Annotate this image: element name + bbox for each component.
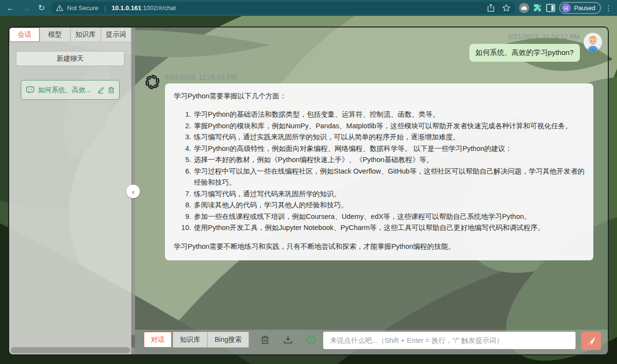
- chevron-left-icon: ‹: [132, 188, 135, 196]
- bookmark-star-icon[interactable]: [502, 4, 510, 12]
- extensions-puzzle-icon[interactable]: [533, 3, 542, 13]
- assistant-list-item: 练习编写代码，通过写代码来巩固所学的知识。: [193, 189, 585, 200]
- assistant-list-item: 参加一些在线课程或线下培训，例如Coursera、Udemy、edX等，这些课程…: [193, 211, 585, 222]
- chat-list-item[interactable]: 如何系统、高效...: [21, 80, 120, 100]
- assistant-list-item: 练习编写代码，通过实践来巩固所学的知识，可以从简单的程序开始，逐渐增加难度。: [193, 132, 585, 143]
- mode-tab-dialogue[interactable]: 对话: [144, 332, 172, 348]
- share-icon[interactable]: [487, 4, 494, 12]
- user-message-bubble: 如何系统、高效的学习python?: [469, 44, 580, 62]
- tab-models[interactable]: 模型: [40, 27, 70, 42]
- assistant-outro-paragraph: 学习Python需要不断地练习和实践，只有不断地尝试和探索，才能掌握Python…: [174, 241, 585, 252]
- new-chat-button[interactable]: 新建聊天: [16, 51, 124, 66]
- history-clock-icon[interactable]: [306, 332, 316, 348]
- assistant-message-timestamp: 5/21/2023, 11:26:03 PM: [165, 73, 593, 81]
- assistant-list-item: 多阅读其他人的代码，学习其他人的经验和技巧。: [193, 200, 585, 211]
- user-message-timestamp: 5/21/2023, 11:24:12 PM: [508, 33, 580, 40]
- assistant-list-item: 学习过程中可以加入一些在线编程社区，例如Stack Overflow、GitHu…: [193, 166, 585, 189]
- browser-profile-chip[interactable]: H Paused: [559, 2, 601, 14]
- url-separator: |: [104, 4, 106, 12]
- sidebar: 会话 模型 知识库 提示词 新建聊天 如何系统、高效...: [9, 27, 131, 354]
- chat-item-title: 如何系统、高效...: [38, 86, 94, 94]
- assistant-list-item: 掌握Python的模块和库，例如NumPy、Pandas、Matplotlib等…: [193, 121, 585, 132]
- assistant-intro-paragraph: 学习Python需要掌握以下几个方面：: [174, 91, 585, 102]
- page-background: 会话 模型 知识库 提示词 新建聊天 如何系统、高效...: [0, 16, 617, 364]
- assistant-list-item: 选择一本好的教材，例如《Python编程快速上手》、《Python基础教程》等。: [193, 154, 585, 165]
- assistant-list-item: 学习Python的基础语法和数据类型，包括变量、运算符、控制流、函数、类等。: [193, 109, 585, 120]
- export-download-icon[interactable]: [283, 332, 293, 348]
- message-bubble-icon: [26, 86, 34, 94]
- profile-status-label: Paused: [574, 4, 595, 12]
- delete-trash-icon[interactable]: [108, 87, 114, 94]
- send-button[interactable]: [581, 332, 601, 350]
- assistant-message-panel: 学习Python需要掌握以下几个方面： 学习Python的基础语法和数据类型，包…: [165, 83, 593, 260]
- url-text: 10.1.0.161:1002/#/chat: [111, 4, 176, 12]
- assistant-message-row: 5/21/2023, 11:26:03 PM 学习Python需要掌握以下几个方…: [135, 62, 608, 260]
- browser-toolbar: ← → ↻ Not Secure | 10.1.0.161:1002/#/cha…: [0, 0, 617, 16]
- reload-icon[interactable]: ↻: [36, 2, 47, 14]
- assistant-numbered-list: 学习Python的基础语法和数据类型，包括变量、运算符、控制流、函数、类等。掌握…: [174, 109, 585, 233]
- forward-icon[interactable]: →: [20, 2, 32, 14]
- tab-knowledge-base[interactable]: 知识库: [70, 27, 101, 42]
- tab-prompts[interactable]: 提示词: [101, 27, 131, 42]
- cloud-extension-icon[interactable]: [519, 3, 529, 13]
- user-avatar: [584, 33, 602, 51]
- screen: ← → ↻ Not Secure | 10.1.0.161:1002/#/cha…: [0, 0, 617, 364]
- message-input[interactable]: [323, 332, 576, 349]
- collapse-sidebar-button[interactable]: ‹: [126, 185, 140, 198]
- sidebar-divider: ‹: [131, 27, 135, 354]
- not-secure-warning-icon: [56, 5, 63, 11]
- sidebar-tab-bar: 会话 模型 知识库 提示词: [9, 27, 131, 42]
- mode-tab-knowledge-base[interactable]: 知识库: [173, 332, 207, 348]
- clear-trash-icon[interactable]: [260, 332, 270, 348]
- chat-main-area: 5/21/2023, 11:24:12 PM 如何系统、高效的学习python?: [135, 27, 608, 354]
- sidebar-horizontal-scrollbar[interactable]: [11, 347, 130, 353]
- edit-pencil-icon[interactable]: [97, 87, 104, 94]
- assistant-avatar openai-logo-icon: [144, 73, 161, 91]
- address-bar[interactable]: Not Secure | 10.1.0.161:1002/#/chat: [51, 2, 515, 14]
- user-message-row: 5/21/2023, 11:24:12 PM 如何系统、高效的学习python?: [135, 27, 608, 62]
- security-label: Not Secure: [67, 4, 98, 12]
- assistant-list-item: 使用Python开发工具，例如Jupyter Notebook、PyCharm等…: [193, 222, 585, 233]
- back-icon[interactable]: ←: [5, 2, 16, 14]
- mode-tab-bing-search[interactable]: Bing搜索: [207, 332, 249, 348]
- assistant-list-item: 学习Python的高级特性，例如面向对象编程、网络编程、数据科学等。 以下是一些…: [193, 143, 585, 154]
- url-path: :1002/#/chat: [141, 4, 176, 12]
- composer-bar: 对话 知识库 Bing搜索: [135, 330, 608, 354]
- tab-conversations[interactable]: 会话: [9, 27, 40, 42]
- side-panel-icon[interactable]: [546, 4, 555, 12]
- profile-avatar: H: [562, 3, 571, 13]
- divider-scrollbar-thumb[interactable]: [131, 335, 135, 348]
- browser-menu-kebab-icon[interactable]: ⋮: [605, 4, 612, 13]
- app-window: 会话 模型 知识库 提示词 新建聊天 如何系统、高效...: [8, 27, 609, 355]
- paper-plane-icon: [587, 337, 596, 346]
- url-host: 10.1.0.161: [111, 4, 141, 12]
